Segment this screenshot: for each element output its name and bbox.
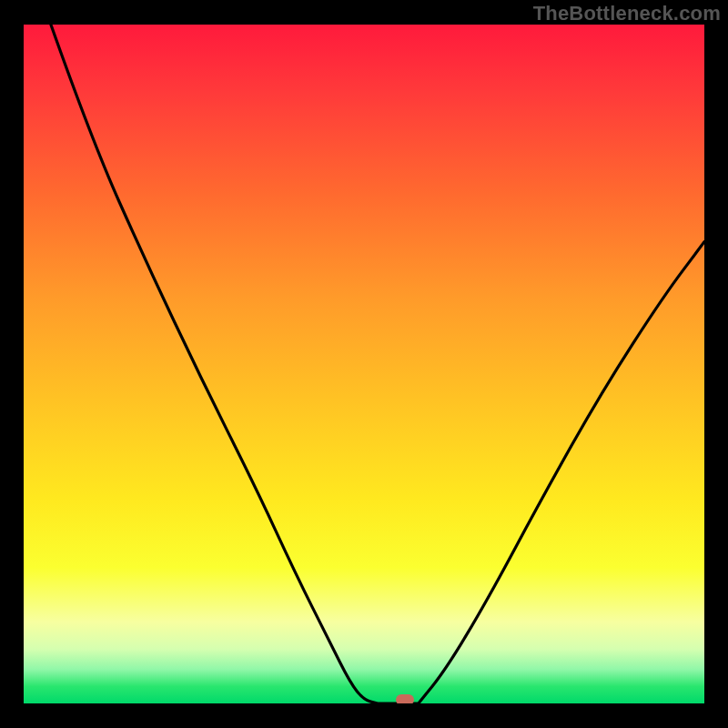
optimal-marker xyxy=(396,694,414,703)
plot-area xyxy=(24,25,704,703)
chart-frame: TheBottleneck.com xyxy=(0,0,728,728)
bottleneck-curve xyxy=(24,25,704,703)
watermark-text: TheBottleneck.com xyxy=(533,2,721,25)
curve-path xyxy=(51,25,704,703)
